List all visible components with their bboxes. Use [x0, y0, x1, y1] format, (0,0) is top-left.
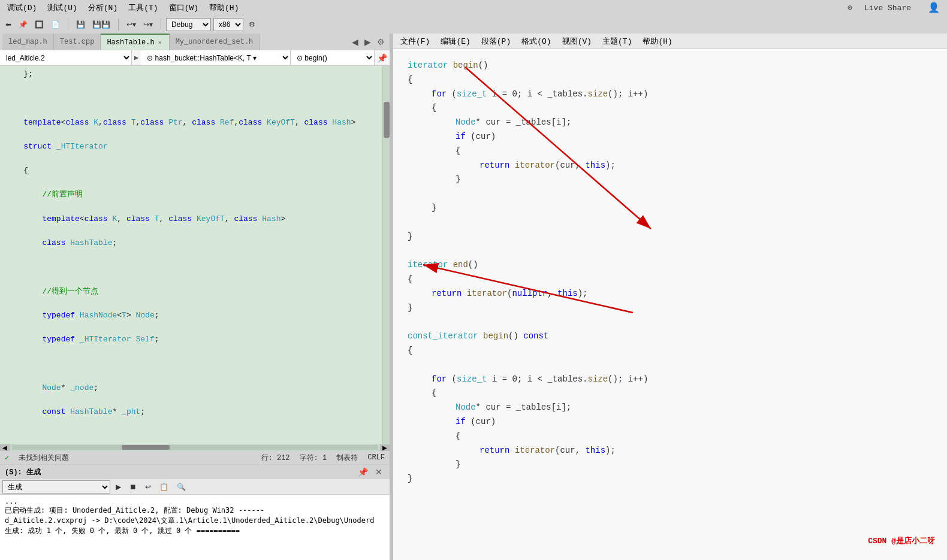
- debug-config-select[interactable]: Debug Release: [166, 18, 211, 31]
- file-tab-hashtable-close[interactable]: ✕: [157, 39, 163, 46]
- file-tab-led[interactable]: led_map.h: [2, 34, 54, 50]
- rcode-14: [408, 244, 933, 258]
- profile-icon[interactable]: 👤: [923, 1, 945, 15]
- build-btn-4[interactable]: 📋: [156, 481, 171, 493]
- menu-analyze[interactable]: 分析(N): [83, 1, 122, 14]
- toolbar-redo[interactable]: ↪▾: [140, 19, 156, 31]
- build-btn-1[interactable]: ▶: [113, 481, 124, 493]
- file-tab-test-label: Test.cpp: [60, 38, 95, 46]
- rcode-26: if (cur): [408, 415, 933, 429]
- scrollbar-h-thumb[interactable]: [122, 445, 170, 450]
- rcode-12: [408, 216, 933, 230]
- build-config-select[interactable]: 生成: [2, 480, 110, 494]
- scrollbar-h-track: [12, 445, 378, 450]
- build-btn-3[interactable]: ↩: [142, 481, 154, 493]
- build-line-3: d_Aiticle.2.vcxproj -> D:\code\2024\文章.1…: [5, 516, 385, 526]
- build-line-4: 生成: 成功 1 个, 失败 0 个, 最新 0 个, 跳过 0 个 =====…: [5, 526, 385, 536]
- tab-nav-left[interactable]: ◀: [349, 36, 361, 48]
- nav-bar: led_Aiticle.2 ▶ ⊙ hash_bucket::HashTable…: [0, 50, 390, 66]
- toolbar-group-middle: 💾 💾💾: [73, 19, 113, 31]
- csdn-watermark: CSDN @是店小二呀: [868, 535, 935, 548]
- live-share-icon: ⊙: [843, 2, 857, 14]
- toolbar-separator-1: [68, 19, 68, 31]
- rcode-4: {: [408, 101, 933, 116]
- menu-test[interactable]: 测试(U): [43, 1, 82, 14]
- panel-title: (S): 生成: [5, 467, 41, 477]
- nav-method-dropdown[interactable]: ⊙ hash_bucket::HashTable<K, T ▾: [141, 50, 291, 65]
- rcode-21: {: [408, 344, 933, 358]
- rcode-2: {: [408, 73, 933, 87]
- right-menu-theme[interactable]: 主题(T): [598, 35, 637, 48]
- rcode-20: const_iterator begin() const: [408, 329, 933, 344]
- menu-window[interactable]: 窗口(W): [164, 1, 203, 14]
- editor-scrollbar-h[interactable]: ◀ ▶: [0, 444, 390, 451]
- toolbar-settings[interactable]: ⚙: [246, 19, 258, 31]
- code-content[interactable]: }; template<class K,class T,class Ptr, c…: [0, 66, 382, 444]
- status-line: 行: 212: [261, 453, 290, 463]
- build-btn-2[interactable]: ⏹: [126, 481, 140, 493]
- nav-func-dropdown[interactable]: ⊙ begin(): [291, 50, 375, 65]
- toolbar-btn-4[interactable]: 📄: [48, 19, 63, 31]
- right-menu-para[interactable]: 段落(P): [476, 35, 515, 48]
- rcode-23: for (size_t i = 0; i < _tables.size(); i…: [408, 373, 933, 387]
- right-menu-help[interactable]: 帮助(H): [638, 35, 677, 48]
- right-menu-file[interactable]: 文件(F): [396, 35, 435, 48]
- right-menu-format[interactable]: 格式(O): [517, 35, 556, 48]
- file-tab-test[interactable]: Test.cpp: [54, 34, 101, 50]
- right-menu-edit[interactable]: 编辑(E): [436, 35, 475, 48]
- rcode-7: {: [408, 144, 933, 159]
- rcode-28: return iterator(cur, this);: [408, 444, 933, 458]
- platform-select[interactable]: x86 x64: [213, 18, 243, 31]
- toolbar-save-all[interactable]: 💾💾: [89, 19, 113, 31]
- status-tab: 制表符: [336, 453, 358, 463]
- toolbar-btn-2[interactable]: 📌: [16, 19, 31, 31]
- main-area: led_map.h Test.cpp HashTable.h ✕ My_unor…: [0, 34, 947, 560]
- right-menu-bar: 文件(F) 编辑(E) 段落(P) 格式(O) 视图(V) 主题(T) 帮助(H…: [393, 34, 947, 49]
- toolbar-undo[interactable]: ↩▾: [123, 19, 139, 31]
- file-tabs-bar: led_map.h Test.cpp HashTable.h ✕ My_unor…: [0, 34, 390, 50]
- menu-help[interactable]: 帮助(H): [204, 1, 243, 14]
- toolbar-btn-1[interactable]: ⬅: [2, 19, 14, 31]
- tab-nav-right[interactable]: ▶: [362, 36, 373, 48]
- rcode-1: iterator begin(): [408, 59, 933, 73]
- file-tab-unordered-label: My_unordered_set.h: [176, 38, 254, 46]
- scroll-left-btn[interactable]: ◀: [0, 444, 10, 451]
- nav-pin-btn[interactable]: 📌: [375, 52, 390, 64]
- rcode-18: }: [408, 301, 933, 316]
- rcode-17: return iterator(nullptr, this);: [408, 287, 933, 301]
- menu-tools[interactable]: 工具(T): [123, 1, 162, 14]
- rcode-9: }: [408, 172, 933, 187]
- nav-arrow-icon: ▶: [132, 53, 141, 62]
- file-tab-unordered[interactable]: My_unordered_set.h: [170, 34, 260, 50]
- right-pane: 文件(F) 编辑(E) 段落(P) 格式(O) 视图(V) 主题(T) 帮助(H…: [393, 34, 947, 560]
- scroll-right-btn[interactable]: ▶: [380, 444, 390, 451]
- toolbar-btn-3[interactable]: 🔲: [32, 19, 47, 31]
- rcode-15: iterator end(): [408, 258, 933, 273]
- rcode-6: if (cur): [408, 130, 933, 144]
- toolbar: ⬅ 📌 🔲 📄 💾 💾💾 ↩▾ ↪▾ Debug Release x86 x64…: [0, 16, 947, 34]
- rcode-3: for (size_t i = 0; i < _tables.size(); i…: [408, 87, 933, 102]
- file-tab-hashtable-label: HashTable.h: [107, 38, 154, 47]
- app-container: 调试(D) 测试(U) 分析(N) 工具(T) 窗口(W) 帮助(H) ⊙ Li…: [0, 0, 947, 560]
- file-tab-hashtable[interactable]: HashTable.h ✕: [101, 34, 169, 50]
- toolbar-separator-3: [161, 19, 161, 31]
- nav-class-dropdown[interactable]: led_Aiticle.2: [0, 50, 132, 65]
- status-text: 未找到相关问题: [19, 453, 69, 463]
- tab-settings[interactable]: ⚙: [375, 36, 387, 48]
- scrollbar-v[interactable]: [382, 66, 390, 444]
- panel-pin[interactable]: 📌: [355, 466, 370, 478]
- build-line-1: ...: [5, 497, 385, 505]
- rcode-10: [408, 187, 933, 201]
- right-menu-view[interactable]: 视图(V): [557, 35, 596, 48]
- right-code-content: iterator begin() { for (size_t i = 0; i …: [408, 59, 933, 486]
- panel-close[interactable]: ✕: [373, 466, 385, 478]
- toolbar-separator-2: [118, 19, 119, 31]
- rcode-13: }: [408, 230, 933, 244]
- live-share-btn[interactable]: ⊙ Live Share: [839, 1, 919, 15]
- rcode-25: Node* cur = _tables[i];: [408, 401, 933, 415]
- toolbar-save[interactable]: 💾: [73, 19, 88, 31]
- menu-debug[interactable]: 调试(D): [2, 1, 41, 14]
- rcode-19: [408, 315, 933, 329]
- tab-actions: ◀ ▶ ⚙: [349, 36, 387, 48]
- build-btn-5[interactable]: 🔍: [174, 481, 189, 493]
